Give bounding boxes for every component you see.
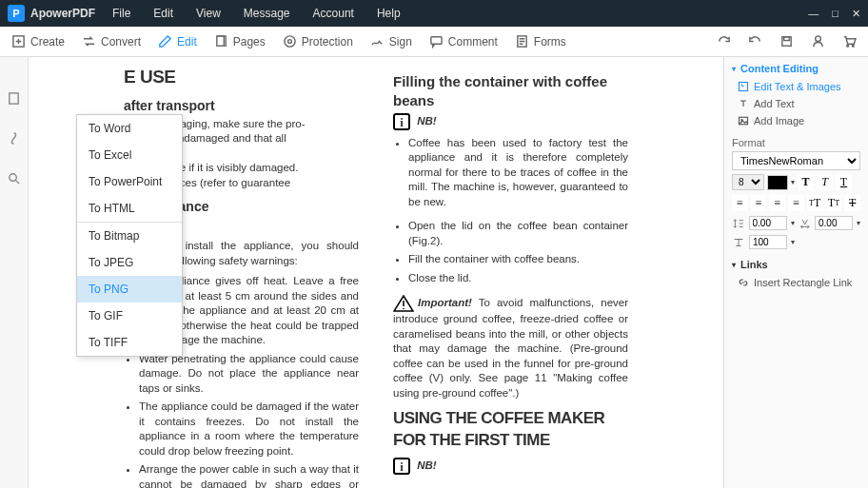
char-spacing-input[interactable]: [815, 216, 853, 230]
menu-edit[interactable]: Edit: [153, 7, 173, 20]
left-rail: [0, 57, 29, 488]
redo-icon[interactable]: [717, 34, 731, 49]
insert-rectangle-link-button[interactable]: Insert Rectangle Link: [732, 274, 860, 291]
italic-button[interactable]: T: [817, 174, 833, 190]
dropdown-item-png[interactable]: To PNG: [77, 276, 182, 303]
align-left-icon[interactable]: ≡: [732, 195, 748, 211]
convert-dropdown: To Word To Excel To PowerPoint To HTML T…: [76, 114, 183, 357]
scale-icon: [732, 236, 745, 249]
svg-point-10: [852, 45, 854, 47]
subscript-button[interactable]: TT: [826, 195, 842, 211]
svg-point-15: [403, 308, 404, 310]
dropdown-item-tiff[interactable]: To TIFF: [77, 329, 182, 356]
save-icon[interactable]: [779, 34, 794, 49]
bold-button[interactable]: T: [798, 174, 814, 190]
menu-view[interactable]: View: [196, 7, 221, 20]
char-spacing-icon: [799, 217, 812, 230]
line-height-input[interactable]: [749, 216, 787, 230]
search-icon[interactable]: [7, 171, 21, 188]
font-select[interactable]: TimesNewRoman: [732, 151, 860, 170]
font-size-select[interactable]: 8: [732, 174, 764, 190]
edit-button[interactable]: Edit: [158, 34, 197, 49]
dropdown-item-jpeg[interactable]: To JPEG: [77, 249, 182, 276]
align-center-icon[interactable]: ≡: [751, 195, 767, 211]
line-height-icon: [732, 217, 745, 230]
underline-button[interactable]: T: [836, 174, 852, 190]
links-header[interactable]: ▾Links: [732, 259, 860, 270]
doc-heading: E USE: [124, 65, 359, 89]
user-icon[interactable]: [811, 34, 825, 49]
dropdown-item-excel[interactable]: To Excel: [77, 142, 182, 168]
menu-message[interactable]: Message: [244, 7, 290, 20]
chevron-down-icon: ▾: [732, 261, 736, 269]
doc-list: Coffee has been used to factory test the…: [393, 136, 628, 210]
svg-point-9: [847, 45, 849, 47]
align-justify-icon[interactable]: ≡: [788, 195, 804, 211]
pages-button[interactable]: Pages: [214, 34, 266, 49]
svg-rect-7: [784, 37, 790, 41]
svg-rect-1: [217, 36, 225, 46]
scale-input[interactable]: [749, 235, 787, 249]
dropdown-item-word[interactable]: To Word: [77, 115, 182, 142]
menu-file[interactable]: File: [112, 7, 130, 20]
info-icon: i: [393, 458, 410, 475]
bookmark-icon[interactable]: [7, 131, 21, 148]
align-right-icon[interactable]: ≡: [769, 195, 785, 211]
doc-subheading: after transport: [124, 97, 359, 115]
svg-rect-11: [10, 93, 18, 104]
color-picker[interactable]: [767, 175, 788, 190]
chevron-down-icon: ▾: [732, 65, 736, 73]
undo-icon[interactable]: [748, 34, 762, 49]
app-name: ApowerPDF: [30, 7, 95, 20]
protection-button[interactable]: Protection: [283, 34, 353, 49]
svg-rect-16: [740, 83, 748, 91]
svg-rect-4: [431, 37, 442, 45]
strike-button[interactable]: T: [844, 195, 860, 211]
dropdown-item-bitmap[interactable]: To Bitmap: [77, 222, 182, 249]
app-logo: P: [8, 5, 25, 22]
content-editing-header[interactable]: ▾Content Editing: [732, 63, 860, 74]
dropdown-item-powerpoint[interactable]: To PowerPoint: [77, 168, 182, 195]
edit-text-images-button[interactable]: Edit Text & Images: [732, 78, 860, 95]
right-panel: ▾Content Editing Edit Text & Images Add …: [723, 57, 868, 488]
create-button[interactable]: Create: [11, 34, 65, 49]
menubar: File Edit View Message Account Help: [112, 7, 808, 20]
doc-text: i NB!: [393, 113, 628, 130]
forms-button[interactable]: Forms: [515, 34, 566, 49]
svg-point-3: [287, 40, 291, 44]
maximize-icon[interactable]: □: [832, 8, 838, 20]
svg-point-8: [816, 36, 821, 42]
minimize-icon[interactable]: —: [808, 8, 819, 20]
doc-list: Open the lid on the coffee bean containe…: [393, 219, 628, 285]
doc-subheading: Filling the container with coffee beans: [393, 72, 628, 111]
doc-heading: USING THE COFFEE MAKER FOR THE FIRST TIM…: [393, 408, 628, 452]
add-image-button[interactable]: Add Image: [732, 112, 860, 129]
comment-button[interactable]: Comment: [429, 34, 498, 49]
thumbnails-icon[interactable]: [7, 91, 21, 108]
close-icon[interactable]: ✕: [852, 8, 860, 20]
info-icon: i: [393, 113, 410, 130]
menu-account[interactable]: Account: [313, 7, 354, 20]
dropdown-item-gif[interactable]: To GIF: [77, 303, 182, 329]
sign-button[interactable]: Sign: [370, 34, 412, 49]
dropdown-item-html[interactable]: To HTML: [77, 195, 182, 222]
superscript-button[interactable]: TT: [807, 195, 823, 211]
svg-point-12: [10, 174, 17, 182]
doc-text: i NB!: [393, 458, 628, 475]
format-label: Format: [732, 137, 860, 148]
doc-text: Important! To avoid malfunctions, never …: [393, 295, 628, 400]
cart-icon[interactable]: [842, 34, 857, 49]
convert-button[interactable]: Convert: [82, 34, 141, 49]
add-text-button[interactable]: Add Text: [732, 95, 860, 112]
menu-help[interactable]: Help: [377, 7, 401, 20]
svg-point-2: [285, 36, 295, 47]
